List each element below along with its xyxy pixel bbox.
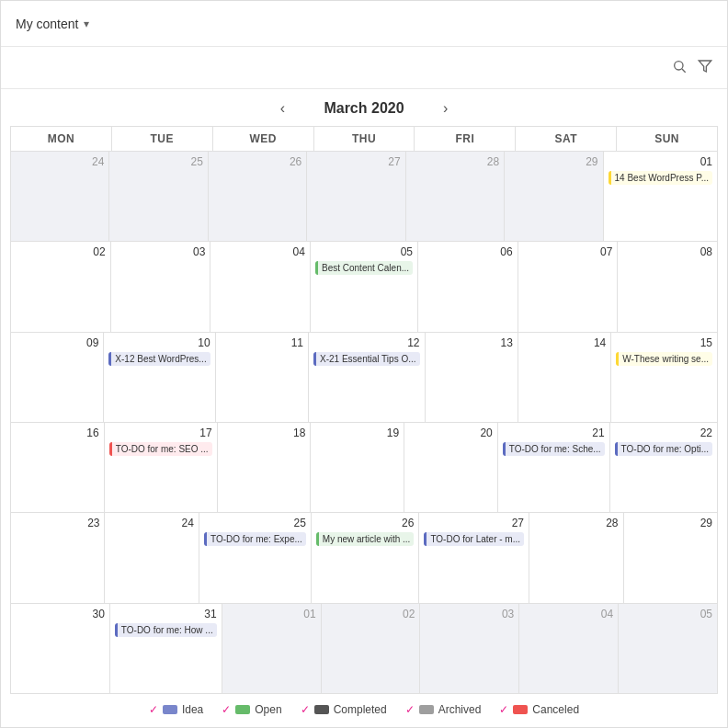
day-number: 30	[16, 608, 105, 620]
week-row-5: 3031TO-DO for me: How ...0102030405	[11, 604, 718, 694]
calendar-event[interactable]: TO-DO for me: SEO ...	[109, 442, 212, 456]
day-number: 07	[523, 245, 613, 258]
day-cell[interactable]: 01	[222, 604, 322, 693]
day-header-sat: Sat	[516, 127, 617, 152]
legend-label-canceled: Canceled	[532, 703, 579, 716]
day-cell[interactable]: 20	[404, 423, 498, 512]
day-cell[interactable]: 28	[406, 152, 505, 241]
day-cell[interactable]: 02	[11, 242, 111, 331]
day-number: 24	[109, 517, 193, 529]
day-number: 31	[115, 608, 217, 620]
day-cell[interactable]: 18	[218, 423, 312, 512]
day-number: 21	[503, 427, 605, 439]
day-number: 28	[411, 155, 499, 168]
legend-item-idea: ✓ Idea	[149, 703, 203, 716]
day-cell[interactable]: 14	[518, 333, 611, 422]
legend-check-archived: ✓	[405, 703, 415, 716]
calendar-event[interactable]: TO-DO for me: How ...	[115, 623, 217, 637]
search-icon[interactable]	[672, 59, 687, 77]
day-cell[interactable]: 05	[619, 604, 718, 693]
day-cell[interactable]: 25	[109, 152, 208, 241]
day-cell[interactable]: 02	[322, 604, 421, 693]
day-number: 25	[114, 155, 202, 168]
chevron-down-icon: ▾	[84, 17, 89, 30]
day-number: 29	[509, 155, 597, 168]
day-cell[interactable]: 27TO-DO for Later - m...	[419, 513, 529, 602]
day-cell[interactable]: 25TO-DO for me: Expe...	[199, 513, 312, 602]
day-cell[interactable]: 06	[418, 242, 518, 331]
week-row-3: 1617TO-DO for me: SEO ...18192021TO-DO f…	[11, 423, 718, 513]
day-cell[interactable]: 15W-These writing se...	[611, 333, 718, 422]
calendar-event[interactable]: TO-DO for Later - m...	[424, 532, 524, 546]
next-month-button[interactable]: ›	[438, 98, 453, 119]
day-cell[interactable]: 22TO-DO for me: Opti...	[610, 423, 718, 512]
day-cell[interactable]: 11	[216, 333, 309, 422]
day-number: 28	[534, 517, 618, 529]
day-number: 04	[524, 608, 613, 620]
day-number: 26	[316, 517, 415, 529]
day-number: 15	[616, 336, 712, 349]
prev-month-button[interactable]: ‹	[275, 98, 290, 119]
week-row-2: 0910X-12 Best WordPres...1112X-21 Essent…	[11, 333, 718, 423]
day-cell[interactable]: 29	[624, 513, 719, 602]
day-cell[interactable]: 24	[11, 152, 109, 241]
legend-label-completed: Completed	[334, 703, 387, 716]
calendar-event[interactable]: 14 Best WordPress P...	[609, 171, 712, 185]
day-cell[interactable]: 09	[11, 333, 104, 422]
day-cell[interactable]: 24	[105, 513, 199, 602]
legend-item-open: ✓ Open	[222, 703, 281, 716]
day-cell[interactable]: 12X-21 Essential Tips O...	[309, 333, 426, 422]
day-number: 03	[116, 245, 206, 258]
weeks-container: 2425262728290114 Best WordPress P...0203…	[10, 152, 718, 694]
day-number: 20	[409, 427, 493, 439]
day-number: 22	[615, 427, 712, 439]
calendar-event[interactable]: X-12 Best WordPres...	[108, 352, 210, 366]
day-cell[interactable]: 16	[11, 423, 105, 512]
svg-marker-2	[699, 61, 711, 72]
day-cell[interactable]: 26	[209, 152, 307, 241]
legend-label-archived: Archived	[438, 703, 482, 716]
calendar-event[interactable]: Best Content Calen...	[315, 261, 413, 275]
day-cell[interactable]: 17TO-DO for me: SEO ...	[105, 423, 218, 512]
day-number: 05	[315, 245, 413, 258]
day-header-fri: Fri	[415, 127, 516, 152]
calendar-event[interactable]: TO-DO for me: Sche...	[503, 442, 605, 456]
filter-icon[interactable]	[698, 59, 712, 77]
calendar-event[interactable]: My new article with ...	[316, 532, 415, 546]
day-cell[interactable]: 27	[307, 152, 405, 241]
day-cell[interactable]: 19	[311, 423, 404, 512]
week-row-1: 02030405Best Content Calen...060708	[11, 242, 718, 332]
day-cell[interactable]: 31TO-DO for me: How ...	[110, 604, 222, 693]
calendar-event[interactable]: TO-DO for me: Expe...	[204, 532, 306, 546]
legend-item-completed: ✓ Completed	[301, 703, 387, 716]
day-cell[interactable]: 26My new article with ...	[312, 513, 420, 602]
day-cell[interactable]: 03	[111, 242, 211, 331]
day-number: 14	[523, 336, 606, 349]
legend-swatch-canceled	[513, 705, 528, 714]
day-cell[interactable]: 03	[420, 604, 519, 693]
calendar-event[interactable]: W-These writing se...	[616, 352, 712, 366]
day-cell[interactable]: 30	[11, 604, 110, 693]
day-cell[interactable]: 07	[518, 242, 619, 331]
calendar-event[interactable]: TO-DO for me: Opti...	[615, 442, 712, 456]
week-row-4: 232425TO-DO for me: Expe...26My new arti…	[11, 513, 718, 603]
day-cell[interactable]: 21TO-DO for me: Sche...	[498, 423, 610, 512]
day-number: 23	[16, 517, 99, 529]
legend-swatch-completed	[314, 705, 329, 714]
day-cell[interactable]: 23	[11, 513, 105, 602]
day-number: 29	[629, 517, 713, 529]
day-cell[interactable]: 28	[529, 513, 623, 602]
day-number: 10	[108, 336, 210, 349]
legend-check-open: ✓	[222, 703, 231, 716]
day-cell[interactable]: 10X-12 Best WordPres...	[104, 333, 215, 422]
day-cell[interactable]: 0114 Best WordPress P...	[604, 152, 718, 241]
my-content-button[interactable]: My content ▾	[16, 17, 89, 31]
day-cell[interactable]: 29	[505, 152, 603, 241]
calendar-event[interactable]: X-21 Essential Tips O...	[313, 352, 420, 366]
day-header-thu: Thu	[314, 127, 415, 152]
day-cell[interactable]: 04	[210, 242, 311, 331]
day-cell[interactable]: 13	[426, 333, 518, 422]
day-cell[interactable]: 05Best Content Calen...	[311, 242, 418, 331]
day-cell[interactable]: 04	[519, 604, 619, 693]
day-cell[interactable]: 08	[618, 242, 718, 331]
